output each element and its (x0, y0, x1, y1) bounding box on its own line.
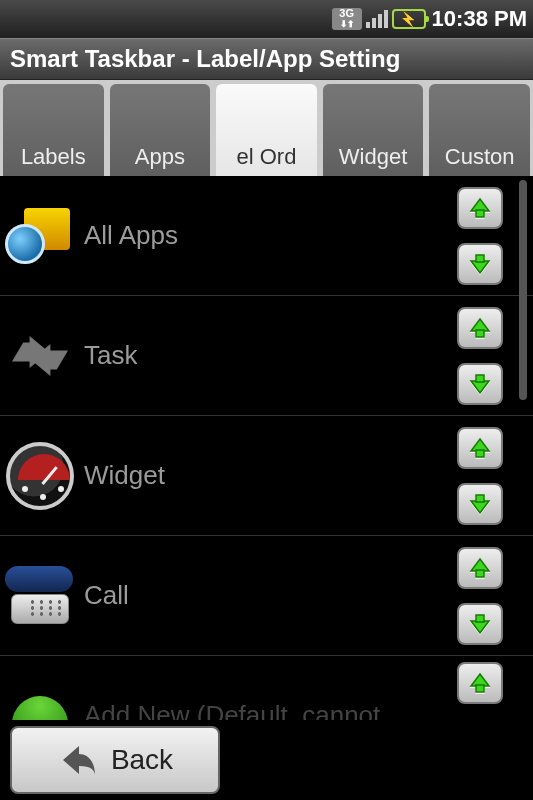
move-down-button[interactable] (457, 603, 503, 645)
battery-icon: ⚡ (392, 9, 426, 29)
list-item-label: All Apps (84, 220, 178, 251)
list-item-label: Call (84, 580, 129, 611)
list-item-call[interactable]: Call (0, 536, 533, 656)
move-down-button[interactable] (457, 483, 503, 525)
list-item-all-apps[interactable]: All Apps (0, 176, 533, 296)
svg-marker-12 (471, 501, 489, 513)
list-item-task[interactable]: Task (0, 296, 533, 416)
tab-label: Apps (135, 144, 185, 170)
svg-rect-19 (476, 685, 484, 692)
move-up-button[interactable] (457, 662, 503, 704)
move-up-button[interactable] (457, 427, 503, 469)
tab-bar: Labels Apps el Ord Widget Custon (0, 80, 533, 176)
tab-label: Custon (445, 144, 515, 170)
tab-custom[interactable]: Custon (429, 84, 530, 176)
status-bar: 3G ⬇⬆ ⚡ 10:38 PM (0, 0, 533, 38)
list-item-label: Add New (Default, cannot (84, 700, 380, 720)
svg-marker-8 (471, 381, 489, 393)
svg-marker-0 (471, 199, 489, 211)
call-icon (0, 560, 80, 632)
list-item-add-new[interactable]: Add New (Default, cannot (0, 656, 533, 720)
svg-marker-10 (471, 439, 489, 451)
back-button[interactable]: Back (10, 726, 220, 794)
list-item-label: Widget (84, 460, 165, 491)
svg-rect-7 (476, 330, 484, 337)
svg-marker-2 (471, 261, 489, 273)
network-label: 3G (339, 8, 354, 19)
svg-rect-15 (476, 570, 484, 577)
svg-rect-9 (476, 375, 484, 382)
svg-rect-13 (476, 495, 484, 502)
tab-label: el Ord (237, 144, 297, 170)
svg-rect-11 (476, 450, 484, 457)
svg-marker-6 (471, 319, 489, 331)
move-down-button[interactable] (457, 243, 503, 285)
label-list[interactable]: All Apps Task Widget Call Ad (0, 176, 533, 720)
title-bar: Smart Taskbar - Label/App Setting (0, 38, 533, 80)
all-apps-icon (0, 200, 80, 272)
svg-marker-14 (471, 559, 489, 571)
signal-icon (366, 10, 388, 28)
svg-marker-18 (471, 674, 489, 686)
svg-rect-1 (476, 210, 484, 217)
tab-labels[interactable]: Labels (3, 84, 104, 176)
task-icon (0, 320, 80, 392)
tab-label: Widget (339, 144, 407, 170)
tab-label: Labels (21, 144, 86, 170)
add-icon (0, 680, 80, 721)
move-down-button[interactable] (457, 363, 503, 405)
tab-apps[interactable]: Apps (110, 84, 211, 176)
svg-marker-16 (471, 621, 489, 633)
back-arrow-icon (57, 740, 99, 780)
tab-label-order[interactable]: el Ord (216, 84, 317, 176)
status-time: 10:38 PM (432, 6, 527, 32)
footer: Back (0, 720, 533, 800)
move-up-button[interactable] (457, 187, 503, 229)
network-3g-icon: 3G ⬇⬆ (332, 8, 362, 30)
scroll-thumb[interactable] (519, 180, 527, 400)
list-item-widget[interactable]: Widget (0, 416, 533, 536)
page-title: Smart Taskbar - Label/App Setting (10, 45, 400, 73)
svg-rect-17 (476, 615, 484, 622)
move-up-button[interactable] (457, 547, 503, 589)
widget-icon (0, 440, 80, 512)
list-item-label: Task (84, 340, 137, 371)
status-icons: 3G ⬇⬆ ⚡ (332, 8, 426, 30)
move-up-button[interactable] (457, 307, 503, 349)
svg-rect-3 (476, 255, 484, 262)
tab-widget[interactable]: Widget (323, 84, 424, 176)
back-label: Back (111, 744, 173, 776)
